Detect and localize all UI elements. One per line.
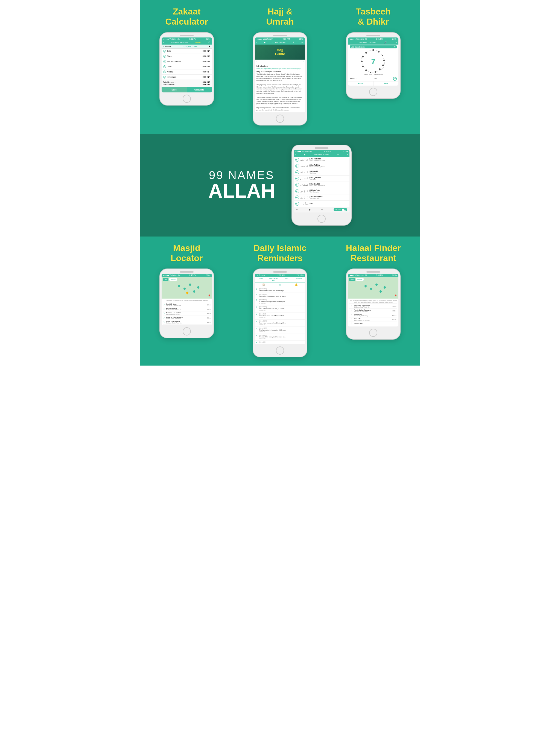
svg-point-12 xyxy=(365,52,367,54)
phone-home-button[interactable] xyxy=(317,215,326,223)
carrier-info: ●●●●● Vodafone IN xyxy=(163,38,180,40)
mosque-filter[interactable]: Mosque xyxy=(169,278,177,281)
status-bar: ✦ Search 12:12 AM 1% 15% xyxy=(255,274,305,277)
name-row-2: ▶ ٱلرَّحِيم 2.Ar-Rahīm The Exceedingly M… xyxy=(294,163,350,169)
share-icon[interactable]: ⬆ xyxy=(293,41,295,44)
nisaab-row: ✓ Nisaab : 2,53,361.72 INR ⬇ xyxy=(161,45,212,49)
map-pin-5 xyxy=(197,286,200,289)
save-button[interactable]: Save xyxy=(374,81,399,85)
name-row-6: ▶ ٱلْمُؤْمِن 6.Al-Mu'min The Guarantor xyxy=(294,188,350,195)
masjid-section: Masjid Locator ●●●●● Vodafone IN 8:40 PM… xyxy=(140,236,233,366)
sound-icon[interactable]: 🔊 xyxy=(384,41,387,44)
info-icon[interactable]: i xyxy=(163,76,166,78)
back-icon[interactable]: ‹ xyxy=(295,154,296,156)
play-button-3[interactable]: ▶ xyxy=(295,170,299,174)
info-icon[interactable]: i xyxy=(163,66,166,68)
battery: 21%▪ xyxy=(392,38,397,40)
auto-scroll-toggle[interactable]: Auto Scroll xyxy=(334,208,347,211)
phone-home-button[interactable] xyxy=(183,327,191,335)
reminder-text-6: [Quran 3:146] How many a prophet fought … xyxy=(259,320,304,326)
play-button-6[interactable]: ▶ xyxy=(295,189,299,193)
tab-text[interactable]: Text Item xyxy=(292,277,305,282)
play-all-icon[interactable]: ▶ xyxy=(309,208,311,211)
mosque-icon-4: ☽ xyxy=(163,317,166,319)
masjid-info-3: Madarsa - E - Moham... Building Number, … xyxy=(166,312,206,315)
time: 9:38 PM xyxy=(283,38,290,40)
next-icon[interactable]: › xyxy=(303,60,304,63)
back-icon[interactable]: ‹ xyxy=(163,41,164,44)
tab-trans[interactable]: Trans xyxy=(280,277,292,282)
calculate-button[interactable]: Calculate xyxy=(187,87,212,93)
play-button-7[interactable]: ▶ xyxy=(295,196,299,199)
list-icon[interactable]: ☰ xyxy=(337,154,339,156)
phone-home-button[interactable] xyxy=(369,329,377,337)
skip-forward-icon[interactable]: ⏭ xyxy=(321,208,324,211)
arabic-5: ٱلسَّلَام xyxy=(300,183,308,186)
battery: 21%▪ xyxy=(343,150,348,152)
star-icon[interactable]: ☆ xyxy=(279,283,281,286)
info-icon[interactable]: ℹ xyxy=(347,154,348,156)
tasbeeh-phone: ●●●●● Vodafone IN 9:31 PM 21%▪ ‹ Tasbeeh… xyxy=(346,32,401,99)
reminder-7: 7 [Quran 4:142] The hypocrites try to de… xyxy=(255,327,305,334)
reset-button[interactable]: Reset xyxy=(196,41,201,44)
phone-home-button[interactable] xyxy=(276,114,284,123)
tasbeeh-circle[interactable]: 7 xyxy=(348,49,399,74)
info-icon[interactable]: i xyxy=(163,55,166,58)
halal-filter[interactable]: Halal xyxy=(163,278,169,281)
play-button-2[interactable]: ▶ xyxy=(295,164,299,168)
date-4: 26 Mar 2017 xyxy=(259,310,304,311)
hajj-header: ‹ ▶ 1. Introduction ⬆ ⋯ xyxy=(255,41,305,45)
play-button-1[interactable]: ▶ xyxy=(295,158,299,162)
menu-icon[interactable]: ≡ xyxy=(396,41,397,44)
restaurant-3: 🍴 Farm Fresh Shop No 15, RS Building,...… xyxy=(349,313,397,317)
zakaat-totals: Total Assets : 0.00 INR Zakaah Due : 0.0… xyxy=(161,80,212,87)
more-icon[interactable]: ⋯ xyxy=(301,41,304,44)
hajj-screen: ●●●●● Vodafone IN 9:38 PM 26%▪ ‹ ▶ 1. In… xyxy=(255,37,305,112)
status-bar: ●●●●● Vodafone IN 8:40 PM 20%▪ xyxy=(161,274,212,277)
tasbeeh-header-title: Tasbeeh Counter xyxy=(359,41,376,44)
name-meaning-5: The Source of Peace a... xyxy=(309,185,348,186)
save-button[interactable]: Save xyxy=(161,87,187,93)
back-icon[interactable]: ‹ xyxy=(350,41,351,44)
auto-scroll-label: Auto Scroll xyxy=(335,209,341,210)
cash-value: 0.00 INR xyxy=(203,66,210,68)
prev-icon[interactable]: ‹ xyxy=(256,60,257,63)
location-icon: 📍 xyxy=(207,294,211,298)
info-icon[interactable]: i xyxy=(163,60,166,63)
back-icon[interactable]: ‹ xyxy=(256,41,257,44)
restaurant-4: 🍴 Cafe Arfa Shop No 1, 2 & 3A, B Wing...… xyxy=(349,317,397,322)
play-button-4[interactable]: ▶ xyxy=(295,177,299,180)
play-button-8[interactable]: ▶ xyxy=(295,202,299,206)
alarm-icon[interactable]: 🔔 xyxy=(295,283,298,286)
play-button-5[interactable]: ▶ xyxy=(295,183,299,187)
play-icon[interactable]: ▶ xyxy=(264,41,265,44)
mosque-icon-5: ☽ xyxy=(163,321,166,324)
phone-home-button[interactable] xyxy=(276,346,284,355)
name-row-7: ▶ ٱلْمُهَيْمِن 7.Al-Muhaymin The Dominat… xyxy=(294,195,350,201)
names-header: ‹ ▶ 99 Names of Allah ☰ ℹ xyxy=(294,153,350,157)
play-icon[interactable]: ▶ xyxy=(304,154,305,156)
skip-back-icon[interactable]: ⏮ xyxy=(296,208,299,211)
tab-qurin[interactable]: Qurin xyxy=(255,277,268,282)
mosque-filter-btn[interactable]: Mosque xyxy=(356,278,364,281)
reset-button[interactable]: Reset xyxy=(348,81,374,85)
restaurant-info-2: Persia Darbar Restaur... Shop No - 6/7, … xyxy=(354,309,391,312)
phone-home-button[interactable] xyxy=(369,88,377,96)
restaurant-addr-1: DN Ghosh Road, Momin N... xyxy=(354,307,391,308)
swipe-hint: Swipe your finger on the photo from righ… xyxy=(256,68,304,70)
halal-filter-btn[interactable]: Halal xyxy=(349,278,355,281)
tab-verse[interactable]: Verse of the Day xyxy=(268,277,280,282)
phone-home-button[interactable] xyxy=(183,95,191,103)
masjid-item-5: ☽ Sunni Taiba Masjid Oshiwara Garden Roa… xyxy=(163,320,211,325)
home-icon[interactable]: 🏠 xyxy=(262,283,265,286)
carrier-info: ●●●●● Vodafone IN xyxy=(163,274,180,276)
reminder-text-3: [Quran 55:60] Is the reward of goodness … xyxy=(259,299,304,304)
hajj-guide-label: Hajj Guide xyxy=(275,48,285,56)
name-transliteration-6: 6.Al-Mu'min xyxy=(309,189,348,191)
info-icon[interactable]: i xyxy=(163,50,166,52)
info-icon[interactable]: i xyxy=(163,71,166,73)
reminder-9: 9 [Quran 64:] xyxy=(255,341,305,344)
hajj-nav: ‹ › xyxy=(255,60,305,64)
zakaah-due-value: 0.00 INR xyxy=(203,84,210,85)
restaurant-dist-1: 565 m xyxy=(392,306,396,307)
